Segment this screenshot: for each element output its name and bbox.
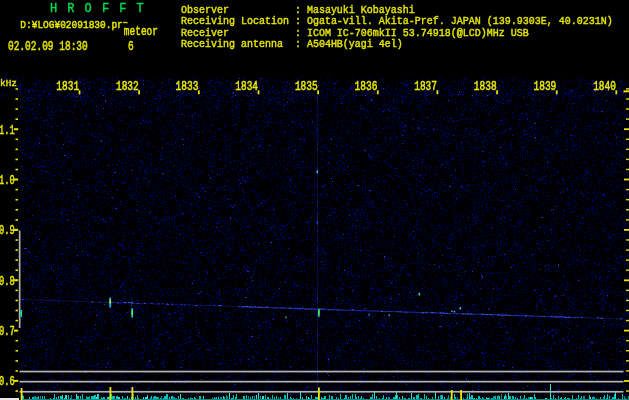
svg-text:1.1: 1.1 bbox=[0, 123, 15, 137]
svg-text:1838: 1838 bbox=[474, 79, 497, 94]
svg-text:1835: 1835 bbox=[295, 79, 318, 94]
svg-text:1839: 1839 bbox=[534, 79, 557, 94]
svg-text:1840: 1840 bbox=[593, 79, 616, 94]
svg-text:0.7: 0.7 bbox=[0, 324, 15, 338]
svg-text:1836: 1836 bbox=[355, 79, 378, 94]
svg-text:6: 6 bbox=[128, 38, 134, 53]
svg-text:1831: 1831 bbox=[56, 79, 79, 94]
svg-text:HROFFT: HROFFT bbox=[50, 0, 154, 16]
svg-text:Receiving antenna : A504HB(ya: Receiving antenna : A504HB(yagi 4el) bbox=[181, 37, 403, 50]
svg-text:0.8: 0.8 bbox=[0, 274, 15, 288]
svg-text:kHz: kHz bbox=[0, 78, 17, 89]
svg-text:1833: 1833 bbox=[176, 79, 199, 94]
svg-text:0.6: 0.6 bbox=[0, 375, 15, 389]
svg-text:1832: 1832 bbox=[116, 79, 139, 94]
svg-text:D:¥LOG¥02091830.prn: D:¥LOG¥02091830.prn bbox=[20, 18, 128, 31]
svg-text:0.9: 0.9 bbox=[0, 224, 15, 238]
svg-text:1.0: 1.0 bbox=[0, 173, 15, 187]
svg-text:1834: 1834 bbox=[235, 79, 258, 94]
svg-text:1837: 1837 bbox=[414, 79, 437, 94]
svg-text:meteor: meteor bbox=[124, 24, 158, 39]
svg-text:02.02.09 18:30: 02.02.09 18:30 bbox=[8, 38, 88, 53]
